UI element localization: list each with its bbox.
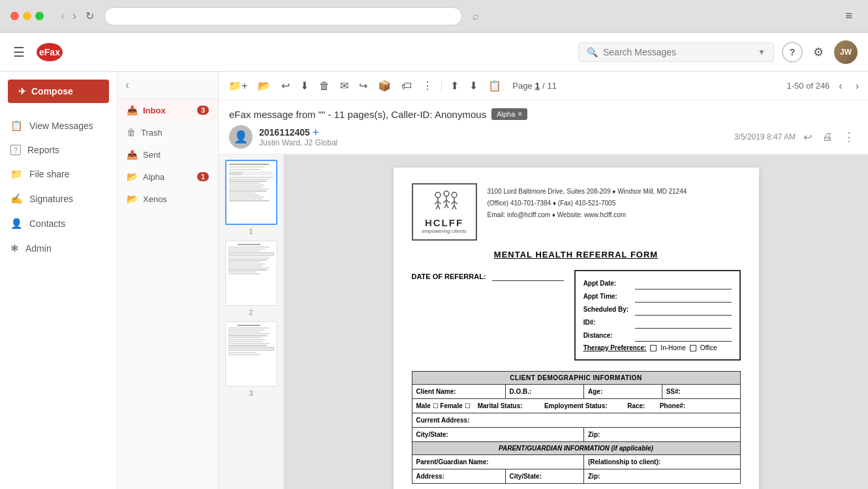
upload-button[interactable]: ⬆ <box>446 76 463 96</box>
copy-button[interactable]: 📋 <box>484 76 506 96</box>
thumbnail-item-1[interactable]: 1 <box>221 160 281 235</box>
file-share-label: File share <box>29 169 69 179</box>
sidebar-item-reports[interactable]: ? Reports <box>0 138 117 162</box>
app: ☰ eFax 🔍 ▼ ? ⚙ JW ✈ Compose <box>0 33 868 489</box>
dob-cell: D.O.B.: <box>505 385 583 399</box>
forward-nav-button[interactable]: › <box>69 7 80 25</box>
thumbnail-item-3[interactable]: 3 <box>221 321 281 397</box>
browser-menu-button[interactable]: ≡ <box>841 7 858 25</box>
thumbnail-sidebar: 1 <box>219 155 284 489</box>
back-nav-button[interactable]: ‹ <box>57 7 69 25</box>
traffic-light-yellow[interactable] <box>23 12 31 20</box>
fax-view: HCLFF empowering clients 3100 Lord Balti… <box>284 155 868 489</box>
archive-button[interactable]: 📦 <box>373 76 395 96</box>
svg-line-18 <box>452 205 454 209</box>
svg-text:eFax: eFax <box>39 47 60 57</box>
alpha-tag-label: Alpha <box>497 110 515 118</box>
search-input[interactable] <box>603 47 752 57</box>
thumbnail-num-3: 3 <box>249 389 253 397</box>
sender-info: 👤 2016112405 + Justin Ward, J2 Global <box>229 125 337 149</box>
svg-point-2 <box>435 192 441 198</box>
search-icon: 🔍 <box>587 47 598 57</box>
svg-line-13 <box>446 204 448 208</box>
print-button[interactable]: 🖨 <box>820 128 835 145</box>
message-body: 1 <box>219 155 868 489</box>
message-subject: eFax message from "" - 11 pages(s), Call… <box>229 109 486 120</box>
appt-time-field: Appt Time: <box>583 289 732 303</box>
reply-toolbar-button[interactable]: ↩ <box>277 76 294 96</box>
contacts-label: Contacts <box>29 218 65 229</box>
therapy-office-label: Office <box>700 342 717 354</box>
appt-date-label: Appt Date: <box>583 277 632 289</box>
folder-item-trash[interactable]: 🗑 Trash <box>117 121 218 143</box>
hamburger-button[interactable]: ☰ <box>10 42 27 63</box>
demo-row-4: City/State: Zip: <box>412 428 740 442</box>
reply-button[interactable]: ↩ <box>801 128 814 146</box>
scheduled-by-line <box>635 303 732 316</box>
xenos-label: Xenos <box>143 194 167 204</box>
search-dropdown-button[interactable]: ▼ <box>758 48 766 57</box>
sidebar-item-admin[interactable]: ✱ Admin <box>0 236 117 261</box>
search-bar: 🔍 ▼ <box>578 42 774 62</box>
fax-header: HCLFF empowering clients 3100 Lord Balti… <box>412 183 741 241</box>
fax-org-name: HCLFF <box>425 217 463 228</box>
traffic-lights <box>10 12 44 20</box>
folder-item-sent[interactable]: 📤 Sent <box>117 143 218 166</box>
reload-button[interactable]: ↻ <box>80 7 99 25</box>
sender-id: 2016112405 <box>259 127 310 138</box>
pagination-next-button[interactable]: › <box>852 78 863 95</box>
help-button[interactable]: ? <box>782 42 803 63</box>
sidebar-item-view-messages[interactable]: 📋 View Messages <box>0 113 117 138</box>
more-toolbar-button[interactable]: ⋮ <box>418 76 437 96</box>
settings-button[interactable]: ⚙ <box>811 42 826 62</box>
sent-label: Sent <box>143 150 161 160</box>
signatures-icon: ✍ <box>10 193 23 205</box>
download-button[interactable]: ⬇ <box>296 76 313 96</box>
new-folder-button[interactable]: 📁+ <box>224 76 252 96</box>
compose-button[interactable]: ✈ Compose <box>8 80 109 103</box>
fax-logo-box: HCLFF empowering clients <box>412 183 477 241</box>
demo-header: CLIENT DEMOGRAPHIC INFORMATION <box>412 372 740 385</box>
pagination-prev-button[interactable]: ‹ <box>835 78 846 95</box>
parent-row-1: Parent/Guardian Name: (Relationship to c… <box>412 455 740 469</box>
thumbnail-img-3 <box>225 321 277 387</box>
distance-label: Distance: <box>583 329 632 342</box>
svg-line-7 <box>438 205 440 209</box>
parent-city-cell: City/State: <box>505 469 583 484</box>
sidebar-item-contacts[interactable]: 👤 Contacts <box>0 211 117 236</box>
forward-button[interactable]: ↪ <box>354 76 372 96</box>
hclff-logo-svg <box>428 190 461 216</box>
page-down-button[interactable]: ⬇ <box>465 76 482 96</box>
alpha-tag: Alpha × <box>491 108 527 120</box>
guardian-name-cell: Parent/Guardian Name: <box>412 455 584 469</box>
browser-search-button[interactable]: ⌕ <box>467 8 484 25</box>
pagination-count: 1-50 of 246 <box>787 81 830 91</box>
avatar-initials: JW <box>840 48 852 57</box>
delete-button[interactable]: 🗑 <box>315 76 334 96</box>
sender-plus[interactable]: + <box>313 126 318 138</box>
folder-item-xenos[interactable]: 📂 Xenos <box>117 188 218 210</box>
folder-back-button[interactable]: ‹ <box>125 78 129 92</box>
read-unread-button[interactable]: ✉ <box>335 76 353 96</box>
folder-item-alpha[interactable]: 📂 Alpha 1 <box>117 166 218 188</box>
appt-date-line <box>635 276 732 289</box>
top-nav: ☰ eFax 🔍 ▼ ? ⚙ JW <box>0 33 868 72</box>
referral-row: DATE OF REFERRAL: Appt Date: A <box>412 270 741 361</box>
sidebar-item-file-share[interactable]: 📁 File share <box>0 162 117 186</box>
message-date: 3/5/2019 8:47 AM <box>734 132 796 141</box>
sidebar-item-signatures[interactable]: ✍ Signatures <box>0 186 117 211</box>
traffic-light-red[interactable] <box>10 12 19 20</box>
signatures-label: Signatures <box>29 194 73 204</box>
alpha-tag-close[interactable]: × <box>518 110 522 119</box>
avatar[interactable]: JW <box>834 40 858 64</box>
left-sidebar: ✈ Compose 📋 View Messages ? Reports 📁 Fi… <box>0 72 117 489</box>
gender-status-cell: Male ☐ Female ☐ Marital Status: Employme… <box>412 399 740 413</box>
thumbnail-item-2[interactable]: 2 <box>221 241 281 316</box>
traffic-light-green[interactable] <box>35 12 44 20</box>
tag-button[interactable]: 🏷 <box>397 76 416 96</box>
city-state-cell: City/State: <box>412 428 584 442</box>
folder-item-inbox[interactable]: 📥 Inbox 3 <box>117 99 218 121</box>
move-button[interactable]: 📂 <box>253 76 275 96</box>
inbox-icon: 📥 <box>127 105 138 115</box>
message-more-button[interactable]: ⋮ <box>841 127 858 147</box>
